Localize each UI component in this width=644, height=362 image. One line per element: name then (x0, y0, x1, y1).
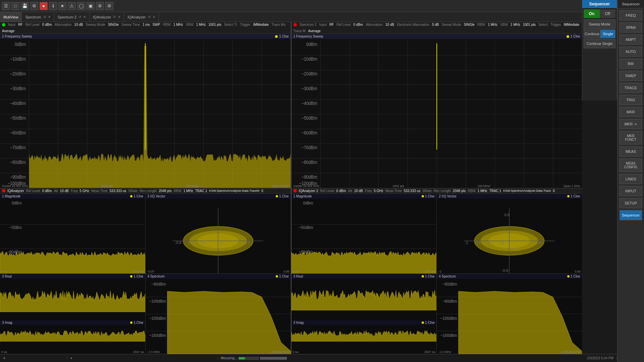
iq1-charts: 1 Magnitude 1 Clrw 0dBm −55Bm −80dBm (0, 194, 291, 354)
progress-bar2 (260, 357, 287, 360)
iq2-real-xaxis: 0 sa 2047 sa (291, 350, 437, 354)
trace-button[interactable]: TRACE (620, 83, 642, 93)
setup-button[interactable]: SETUP (620, 198, 642, 208)
close2-icon[interactable]: ✕ (83, 15, 86, 19)
spectrum1-x-center: 1001 pts (101, 184, 113, 188)
spectrum1-xaxis: Center 22.001 GHz 1001 pts 100 MHz/ Span… (0, 184, 291, 188)
svg-text:-0.2: -0.2 (200, 241, 206, 245)
iq2-magnitude: 1 Magnitude 1 Clrw 0dBm −50dBm −80dBm (291, 194, 437, 274)
svg-text:0.8: 0.8 (504, 213, 509, 217)
iq1-iq-svg: -0.8 -0.6 -0.2 0 0.8 (146, 200, 291, 274)
spectrum2-clrw: 1 Clrw (571, 35, 580, 38)
svg-text:−60dBm: −60dBm (301, 130, 317, 135)
auto-button[interactable]: AUTO (620, 47, 642, 57)
star-icon[interactable]: ★ (58, 2, 66, 10)
menu-icon[interactable]: ☰ (2, 2, 10, 10)
seq-continue-single-button[interactable]: Continue Single (584, 39, 615, 48)
info-icon[interactable]: ℹ (49, 2, 57, 10)
svg-text:0dBm: 0dBm (303, 200, 313, 205)
seq-sweep-mode[interactable]: Sweep Mode (584, 19, 615, 29)
mkr-funct-button[interactable]: MKR FUNCT (620, 131, 642, 144)
close4-icon[interactable]: ✕ (153, 15, 155, 19)
close3-icon[interactable]: ✕ (118, 15, 120, 19)
svg-text:0.2: 0.2 (499, 241, 504, 245)
refresh2-icon: ↺ (78, 15, 81, 19)
seq-on-button[interactable]: On (584, 9, 600, 18)
sequencer-button[interactable]: Sequencer (620, 210, 642, 220)
iq1-real-title: 3 Real 1 Clrw (0, 274, 145, 279)
iq1-iq-dot (276, 195, 278, 197)
seq-off-button[interactable]: Off (600, 9, 616, 18)
svg-text:0dBm: 0dBm (12, 200, 22, 205)
square-icon[interactable]: ▣ (87, 2, 95, 10)
spectrum1-section: Input RF Ref Level 0 dBm Attenuation 10 … (0, 22, 291, 188)
iq1-iq-vector: 2 I/Q Vector 1 Clrw (146, 194, 291, 274)
iq2-real-title: 3 Real 1 Clrw (291, 274, 437, 279)
trig-button[interactable]: TRIG (620, 95, 642, 105)
iq2-imag-svg (291, 325, 437, 342)
iq2-section: IQAnalyzer 2 Ref Level 0 dBm Att 10 dB F… (291, 188, 582, 354)
iq1-real-xaxis: 0 sa 2047 sa (0, 350, 145, 354)
spectrum1-x-right: Span 1 GHz (272, 184, 288, 188)
svg-text:−50dBm: −50dBm (10, 115, 26, 121)
status-dropdown2[interactable]: ▾ (67, 356, 218, 360)
tab-spectrum[interactable]: Spectrum ↺ ✕ (22, 12, 54, 22)
seq-single-button[interactable]: Single (600, 29, 615, 38)
tab-iq1[interactable]: IQAnalyzer ↺ ✕ (90, 12, 124, 22)
input-button[interactable]: INPUT (620, 186, 642, 196)
warn-icon[interactable]: ⚠ (68, 2, 76, 10)
iq2-real-svg (291, 280, 437, 310)
close-icon[interactable]: ✕ (48, 15, 51, 19)
freq-button[interactable]: FREQ (620, 10, 642, 20)
svg-text:-0.8: -0.8 (175, 241, 181, 245)
config-icon[interactable]: ⚙ (96, 2, 104, 10)
iq2-right-col: 2 I/Q Vector 1 Clrw - (437, 194, 582, 354)
lines-button[interactable]: LINES (620, 174, 642, 184)
iq1-right-col: 2 I/Q Vector 1 Clrw (146, 194, 291, 354)
iq2-mag-svg: 0dBm −50dBm −80dBm (291, 200, 437, 274)
svg-text:−30dBm: −30dBm (10, 86, 26, 91)
top-toolbar: ☰ □ 💾 ⚙ ● ℹ ★ ⚠ ◯ ▣ ⚙ ⚙ Sequencer ▾ (0, 0, 644, 12)
spectrum2-yellow-dot (567, 35, 569, 38)
tab-multiview[interactable]: MutiView (0, 12, 22, 22)
spectrum2-header: Spectrum 2 Input RF Ref Level 0 dBm Atte… (291, 22, 582, 34)
spectrum2-xaxis: Center 22.001 GHz 1001 pts 100 MHz/ Span… (291, 184, 582, 188)
iq2-charts: 1 Magnitude 1 Clrw 0dBm −50dBm −80dBm (291, 194, 582, 354)
save-icon[interactable]: 💾 (21, 2, 29, 10)
iq1-iq-xaxis: −0.97 0.98 (146, 269, 291, 274)
config2-icon[interactable]: ⚙ (105, 2, 113, 10)
progress-fill (239, 357, 245, 359)
iq1-header: IQAnalyzer Ref Level 0 dBm Att 10 dB Fre… (0, 188, 291, 194)
mkr-button[interactable]: MKR (620, 107, 642, 117)
svg-text:−80dBm: −80dBm (10, 160, 26, 165)
iq2-iq-svg: -1 -0.8 -0.5 0.2 0.8 0.8 -0.8 (437, 200, 582, 274)
ampt-button[interactable]: AMPT (620, 35, 642, 45)
iq1-imag-svg (0, 325, 145, 342)
status-dropdown1[interactable]: ▾ (0, 356, 67, 360)
iq2-left-col: 1 Magnitude 1 Clrw 0dBm −50dBm −80dBm (291, 194, 437, 354)
svg-text:−90dBm: −90dBm (301, 174, 317, 180)
svg-text:−90dBm: −90dBm (10, 174, 26, 180)
iq2-mag-title: 1 Magnitude 1 Clrw (291, 194, 437, 199)
iq2-iq-title: 2 I/Q Vector 1 Clrw (437, 194, 582, 199)
tab-iq2[interactable]: IQAnalyzer ↺ ✕ (124, 12, 159, 22)
svg-text:−30dBm: −30dBm (301, 86, 317, 91)
bw-button[interactable]: BW (620, 59, 642, 69)
spectrum2-chart-title: 1 Frequency Sweep 1 Clrw (291, 34, 582, 39)
span-button[interactable]: SPAN (620, 22, 642, 33)
settings-icon[interactable]: ⚙ (30, 2, 38, 10)
new-icon[interactable]: □ (11, 2, 19, 10)
iq1-mag-svg: 0dBm −55Bm −80dBm (0, 200, 145, 274)
iq1-imag-title: 3 Imag 1 Clrw (0, 320, 145, 325)
meas-config-button[interactable]: MEAS CONFIG (620, 159, 642, 172)
iq2-real-dot (422, 275, 424, 278)
tab-spectrum2[interactable]: Spectrum 2 ↺ ✕ (54, 12, 90, 22)
iq2-real-imag: 3 Real 1 Clrw 3 Imag (291, 274, 437, 354)
swep-button[interactable]: SWEP (620, 71, 642, 81)
meas-button[interactable]: MEAS (620, 146, 642, 157)
run-icon[interactable]: ● (40, 2, 48, 10)
circle-icon[interactable]: ◯ (77, 2, 85, 10)
mkr-arrow-button[interactable]: MKR -> (620, 119, 642, 129)
iq1-imag-dot (130, 321, 132, 324)
seq-continue-button[interactable]: Continue (584, 29, 600, 38)
